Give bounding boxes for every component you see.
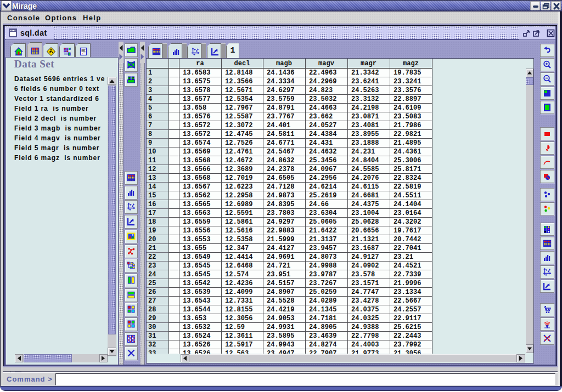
svg-text:1: 1 — [128, 76, 131, 80]
svg-text:2: 2 — [132, 76, 134, 80]
